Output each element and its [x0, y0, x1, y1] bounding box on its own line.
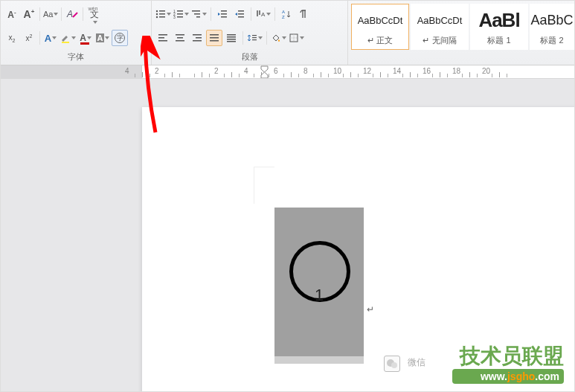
- svg-rect-36: [210, 37, 219, 39]
- numbering-icon: 123: [173, 9, 184, 19]
- ruler-number: 4: [244, 67, 248, 75]
- svg-rect-30: [177, 37, 183, 39]
- indent-marker[interactable]: [260, 65, 269, 79]
- style-heading2[interactable]: AaBbC 标题 2: [530, 4, 574, 50]
- borders-icon: [289, 33, 299, 43]
- align-left-button[interactable]: [155, 30, 171, 46]
- svg-rect-33: [196, 37, 202, 39]
- highlight-button[interactable]: [60, 30, 77, 46]
- font-row-2: x2 x2 A A A 字: [4, 30, 148, 46]
- paragraph-group-label: 段落: [152, 51, 347, 65]
- wechat-label: 微信: [408, 356, 425, 369]
- show-marks-button[interactable]: [295, 6, 312, 22]
- horizontal-ruler[interactable]: 422468101214161820: [1, 65, 574, 79]
- ruler-number: 14: [393, 67, 401, 75]
- paragraph-row-1: 123 A AZ: [155, 6, 344, 22]
- svg-rect-35: [210, 34, 219, 36]
- svg-text:3: 3: [173, 15, 176, 19]
- align-right-icon: [192, 33, 202, 43]
- svg-rect-34: [193, 40, 202, 42]
- font-color-button[interactable]: A: [77, 30, 94, 46]
- justify-button[interactable]: [206, 30, 222, 46]
- borders-button[interactable]: [288, 30, 305, 46]
- svg-rect-27: [158, 37, 164, 39]
- line-spacing-button[interactable]: [246, 30, 263, 46]
- font-row-1: A- A+ Aa A wén 文: [4, 6, 148, 22]
- highlighter-icon: [60, 33, 71, 43]
- line-spacing-icon: [247, 33, 257, 43]
- pilcrow-icon: [298, 9, 309, 19]
- decrease-indent-button[interactable]: [214, 6, 231, 22]
- ruler-number: 16: [423, 67, 431, 75]
- style-normal[interactable]: AaBbCcDt ↵ 正文: [351, 4, 409, 50]
- svg-rect-20: [238, 10, 244, 12]
- svg-text:A: A: [66, 9, 73, 19]
- svg-rect-17: [221, 10, 227, 12]
- svg-point-49: [391, 362, 397, 368]
- ruler-number: 10: [333, 67, 341, 75]
- distribute-button[interactable]: [223, 30, 240, 46]
- sort-button[interactable]: AZ: [278, 6, 295, 22]
- align-center-button[interactable]: [172, 30, 188, 46]
- align-left-icon: [158, 33, 168, 43]
- clear-format-button[interactable]: A: [64, 6, 80, 22]
- indent-icon: [234, 9, 245, 19]
- ruler-number: 12: [363, 67, 371, 75]
- svg-point-2: [156, 10, 158, 12]
- character-border-button[interactable]: 字: [112, 30, 128, 46]
- shading-button[interactable]: [270, 30, 287, 46]
- subscript-button[interactable]: x2: [4, 30, 20, 46]
- multilevel-list-button[interactable]: [190, 6, 208, 22]
- svg-rect-29: [176, 34, 184, 36]
- align-right-button[interactable]: [189, 30, 205, 46]
- bullets-button[interactable]: [155, 6, 172, 22]
- sort-icon: AZ: [281, 9, 292, 19]
- shading-font-button[interactable]: A: [94, 30, 111, 46]
- svg-rect-21: [238, 13, 244, 15]
- svg-rect-38: [227, 34, 236, 36]
- text-direction-button[interactable]: A: [254, 6, 272, 22]
- svg-rect-42: [252, 35, 257, 36]
- superscript-button[interactable]: x2: [21, 30, 37, 46]
- text-effects-button[interactable]: A: [42, 30, 59, 46]
- font-group-label: 字体: [1, 51, 151, 65]
- workspace: 422468101214161820 1 ↵ 微信 技术员联盟 www.jsgh…: [1, 65, 574, 391]
- phonetic-guide-button[interactable]: wén 文: [86, 6, 103, 22]
- svg-rect-16: [196, 16, 200, 18]
- svg-rect-19: [221, 16, 227, 18]
- svg-rect-14: [192, 10, 200, 12]
- font-shrink-button[interactable]: A-: [4, 6, 20, 22]
- svg-rect-13: [177, 16, 183, 18]
- svg-rect-9: [177, 10, 183, 12]
- svg-rect-5: [159, 13, 165, 15]
- increase-indent-button[interactable]: [231, 6, 248, 22]
- svg-rect-37: [210, 40, 219, 42]
- change-case-button[interactable]: Aa: [42, 6, 59, 22]
- svg-rect-32: [193, 34, 202, 36]
- multilevel-icon: [191, 9, 202, 19]
- ruler-number: 8: [303, 67, 308, 75]
- group-styles: AaBbCcDt ↵ 正文 AaBbCcDt ↵ 无间隔 AaBl 标题 1 A…: [348, 1, 574, 65]
- svg-rect-39: [227, 36, 236, 38]
- svg-rect-41: [227, 41, 236, 42]
- align-center-icon: [175, 33, 185, 43]
- svg-text:A: A: [261, 11, 266, 18]
- ruler-number: 6: [274, 67, 278, 75]
- justify-icon: [209, 33, 219, 43]
- svg-rect-31: [176, 40, 184, 42]
- margin-guide: [254, 167, 274, 204]
- style-heading1[interactable]: AaBl 标题 1: [470, 4, 528, 50]
- svg-text:A: A: [282, 10, 285, 14]
- text-dir-icon: A: [255, 9, 266, 19]
- style-nospacing[interactable]: AaBbCcDt ↵ 无间隔: [411, 4, 469, 50]
- ribbon: A- A+ Aa A wén 文 x2 x2 A: [1, 1, 574, 65]
- eraser-a-icon: A: [66, 8, 78, 20]
- ruler-number: 4: [125, 67, 129, 75]
- ruler-number: 2: [214, 67, 219, 75]
- outdent-icon: [217, 9, 228, 19]
- svg-text:Z: Z: [282, 15, 285, 19]
- group-font: A- A+ Aa A wén 文 x2 x2 A: [1, 1, 152, 65]
- wechat-icon: [384, 356, 400, 372]
- numbering-button[interactable]: 123: [173, 6, 190, 22]
- font-grow-button[interactable]: A+: [21, 6, 37, 22]
